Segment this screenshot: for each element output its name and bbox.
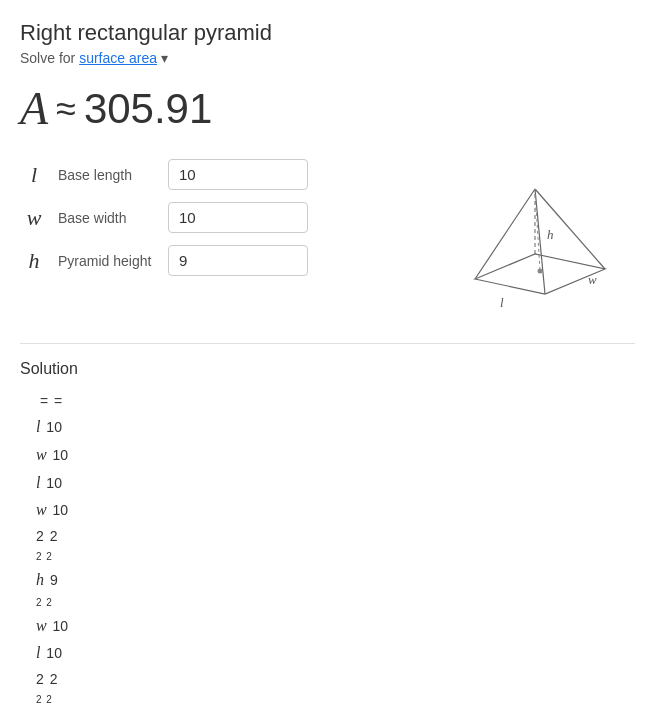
- math-line-3: w 10: [36, 442, 635, 468]
- pyramid-diagram: h l w: [440, 159, 630, 319]
- math-line-10: w 10: [36, 613, 635, 639]
- label-pyramid-height: Pyramid height: [58, 253, 158, 269]
- input-base-length[interactable]: [168, 159, 308, 190]
- math-line-6: 2 2: [36, 525, 635, 547]
- svg-line-2: [535, 189, 545, 294]
- math-line-7: 2 2: [36, 549, 635, 565]
- label-base-width: Base width: [58, 210, 158, 226]
- result-section: A ≈ 305.91: [20, 82, 635, 135]
- result-symbol: A: [20, 82, 48, 135]
- solution-section: Solution = = l 10 w 10 l 10 w 10 2 2 2 2: [20, 360, 635, 714]
- result-value: 305.91: [84, 85, 212, 133]
- symbol-l: l: [20, 162, 48, 188]
- math-line-11: l 10: [36, 640, 635, 666]
- svg-text:l: l: [500, 295, 504, 310]
- inputs-section: l Base length w Base width h Pyramid hei…: [20, 159, 415, 288]
- svg-line-1: [475, 189, 535, 279]
- input-base-width[interactable]: [168, 202, 308, 233]
- svg-text:w: w: [588, 272, 597, 287]
- symbol-w: w: [20, 205, 48, 231]
- svg-line-3: [535, 189, 605, 269]
- solution-title: Solution: [20, 360, 635, 378]
- solve-for-link[interactable]: surface area: [79, 50, 157, 66]
- math-line-4: l 10: [36, 470, 635, 496]
- svg-marker-0: [475, 254, 605, 294]
- math-line-2: l 10: [36, 414, 635, 440]
- math-line-13: 2 2: [36, 692, 635, 708]
- math-line-14: h 9 ≈: [36, 710, 635, 714]
- solve-for-label: Solve for: [20, 50, 75, 66]
- solution-content: = = l 10 w 10 l 10 w 10 2 2 2 2 h: [20, 390, 635, 714]
- math-line-8: h 9: [36, 567, 635, 593]
- input-row-l: l Base length: [20, 159, 415, 190]
- divider: [20, 343, 635, 344]
- svg-point-9: [538, 269, 543, 274]
- input-row-h: h Pyramid height: [20, 245, 415, 276]
- result-approx-sign: ≈: [56, 88, 76, 130]
- diagram-section: h l w: [435, 159, 635, 319]
- svg-text:h: h: [547, 227, 554, 242]
- dropdown-arrow-icon[interactable]: ▾: [161, 50, 168, 66]
- math-line-12: 2 2: [36, 668, 635, 690]
- input-row-w: w Base width: [20, 202, 415, 233]
- math-line-5: w 10: [36, 497, 635, 523]
- inputs-diagram-container: l Base length w Base width h Pyramid hei…: [20, 159, 635, 319]
- page-title: Right rectangular pyramid: [20, 20, 635, 46]
- symbol-h: h: [20, 248, 48, 274]
- input-pyramid-height[interactable]: [168, 245, 308, 276]
- label-base-length: Base length: [58, 167, 158, 183]
- math-line-1: = =: [36, 390, 635, 412]
- solve-for-section: Solve for surface area ▾: [20, 50, 635, 66]
- math-line-9: 2 2: [36, 595, 635, 611]
